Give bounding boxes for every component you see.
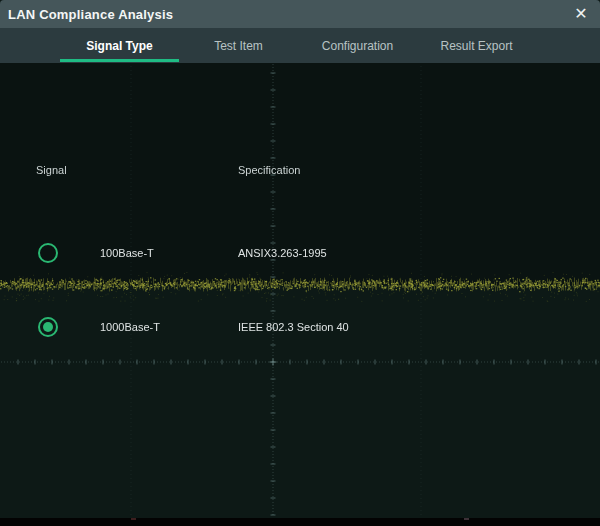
column-header-specification: Specification [238,164,300,176]
signal-row-100base-t[interactable]: 100Base-T ANSIX3.263-1995 [0,233,600,273]
dialog-tabbar: Signal Type Test Item Configuration Resu… [0,28,600,63]
trace-marker-icon [131,518,136,520]
tab-signal-type[interactable]: Signal Type [60,28,179,63]
tab-label: Configuration [322,39,393,53]
column-header-signal: Signal [36,164,67,176]
signal-row-1000base-t[interactable]: 1000Base-T IEEE 802.3 Section 40 [0,307,600,347]
close-button[interactable]: ✕ [566,0,596,28]
dialog-title: LAN Compliance Analysis [0,7,173,22]
tab-label: Test Item [214,39,263,53]
dialog-titlebar: LAN Compliance Analysis ✕ [0,0,600,28]
radio-button-100base-t[interactable] [38,243,58,263]
trace-marker-icon [464,518,469,520]
tab-label: Result Export [440,39,512,53]
radio-button-1000base-t[interactable] [38,317,58,337]
close-icon: ✕ [574,6,587,22]
oscilloscope-screen: LAN Compliance Analysis ✕ Signal Type Te… [0,0,600,526]
bottom-bezel [0,518,600,526]
signal-type-panel: Signal Specification 100Base-T ANSIX3.26… [0,63,600,518]
signal-specification: ANSIX3.263-1995 [238,247,327,259]
tab-configuration[interactable]: Configuration [298,28,417,63]
signal-name: 1000Base-T [100,321,160,333]
tab-result-export[interactable]: Result Export [417,28,536,63]
signal-specification: IEEE 802.3 Section 40 [238,321,349,333]
tab-label: Signal Type [86,39,152,53]
signal-name: 100Base-T [100,247,154,259]
tab-test-item[interactable]: Test Item [179,28,298,63]
